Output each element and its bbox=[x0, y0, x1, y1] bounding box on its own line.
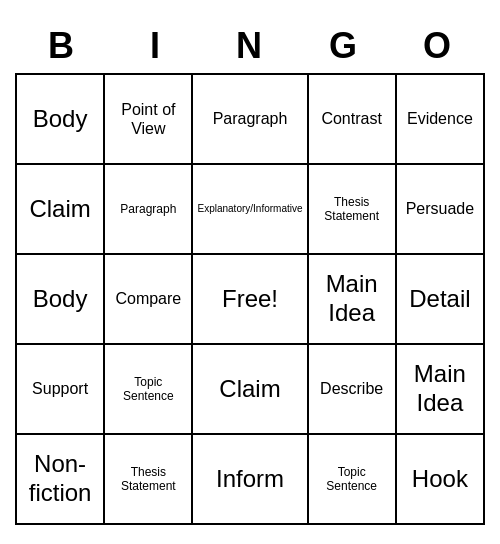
cell-text-r0-c4: Evidence bbox=[407, 109, 473, 128]
cell-text-r3-c2: Claim bbox=[219, 375, 280, 404]
bingo-cell-r3-c1: Topic Sentence bbox=[105, 345, 193, 435]
cell-text-r2-c0: Body bbox=[33, 285, 88, 314]
header-letter-b: B bbox=[15, 19, 109, 73]
cell-text-r0-c3: Contrast bbox=[321, 109, 381, 128]
header-letter-n: N bbox=[203, 19, 297, 73]
cell-text-r3-c4: Main Idea bbox=[401, 360, 479, 418]
cell-text-r4-c2: Inform bbox=[216, 465, 284, 494]
bingo-cell-r0-c2: Paragraph bbox=[193, 75, 308, 165]
bingo-cell-r2-c4: Detail bbox=[397, 255, 485, 345]
cell-text-r1-c2: Explanatory/Informative bbox=[197, 203, 302, 215]
cell-text-r1-c4: Persuade bbox=[406, 199, 475, 218]
bingo-cell-r3-c3: Describe bbox=[309, 345, 397, 435]
bingo-cell-r0-c0: Body bbox=[17, 75, 105, 165]
bingo-cell-r4-c2: Inform bbox=[193, 435, 308, 525]
bingo-cell-r2-c2: Free! bbox=[193, 255, 308, 345]
cell-text-r1-c3: Thesis Statement bbox=[313, 195, 391, 224]
header-letter-i: I bbox=[109, 19, 203, 73]
cell-text-r2-c3: Main Idea bbox=[313, 270, 391, 328]
cell-text-r2-c4: Detail bbox=[409, 285, 470, 314]
bingo-cell-r1-c2: Explanatory/Informative bbox=[193, 165, 308, 255]
bingo-cell-r4-c0: Non-fiction bbox=[17, 435, 105, 525]
bingo-cell-r0-c1: Point of View bbox=[105, 75, 193, 165]
bingo-cell-r0-c4: Evidence bbox=[397, 75, 485, 165]
bingo-cell-r2-c1: Compare bbox=[105, 255, 193, 345]
cell-text-r4-c0: Non-fiction bbox=[21, 450, 99, 508]
cell-text-r1-c1: Paragraph bbox=[120, 202, 176, 216]
cell-text-r0-c0: Body bbox=[33, 105, 88, 134]
header-letter-g: G bbox=[297, 19, 391, 73]
header-letter-o: O bbox=[391, 19, 485, 73]
bingo-cell-r1-c4: Persuade bbox=[397, 165, 485, 255]
bingo-cell-r3-c2: Claim bbox=[193, 345, 308, 435]
bingo-cell-r1-c1: Paragraph bbox=[105, 165, 193, 255]
bingo-cell-r1-c3: Thesis Statement bbox=[309, 165, 397, 255]
cell-text-r3-c1: Topic Sentence bbox=[109, 375, 187, 404]
bingo-grid: BodyPoint of ViewParagraphContrastEviden… bbox=[15, 73, 485, 525]
cell-text-r4-c1: Thesis Statement bbox=[109, 465, 187, 494]
bingo-cell-r2-c0: Body bbox=[17, 255, 105, 345]
bingo-card: BINGO BodyPoint of ViewParagraphContrast… bbox=[15, 19, 485, 525]
bingo-cell-r3-c4: Main Idea bbox=[397, 345, 485, 435]
bingo-cell-r0-c3: Contrast bbox=[309, 75, 397, 165]
cell-text-r4-c4: Hook bbox=[412, 465, 468, 494]
bingo-cell-r1-c0: Claim bbox=[17, 165, 105, 255]
cell-text-r3-c0: Support bbox=[32, 379, 88, 398]
bingo-header: BINGO bbox=[15, 19, 485, 73]
bingo-cell-r4-c1: Thesis Statement bbox=[105, 435, 193, 525]
cell-text-r2-c1: Compare bbox=[115, 289, 181, 308]
cell-text-r4-c3: Topic Sentence bbox=[313, 465, 391, 494]
cell-text-r2-c2: Free! bbox=[222, 285, 278, 314]
cell-text-r1-c0: Claim bbox=[29, 195, 90, 224]
bingo-cell-r4-c4: Hook bbox=[397, 435, 485, 525]
bingo-cell-r2-c3: Main Idea bbox=[309, 255, 397, 345]
cell-text-r0-c2: Paragraph bbox=[213, 109, 288, 128]
cell-text-r0-c1: Point of View bbox=[109, 100, 187, 138]
cell-text-r3-c3: Describe bbox=[320, 379, 383, 398]
bingo-cell-r4-c3: Topic Sentence bbox=[309, 435, 397, 525]
bingo-cell-r3-c0: Support bbox=[17, 345, 105, 435]
